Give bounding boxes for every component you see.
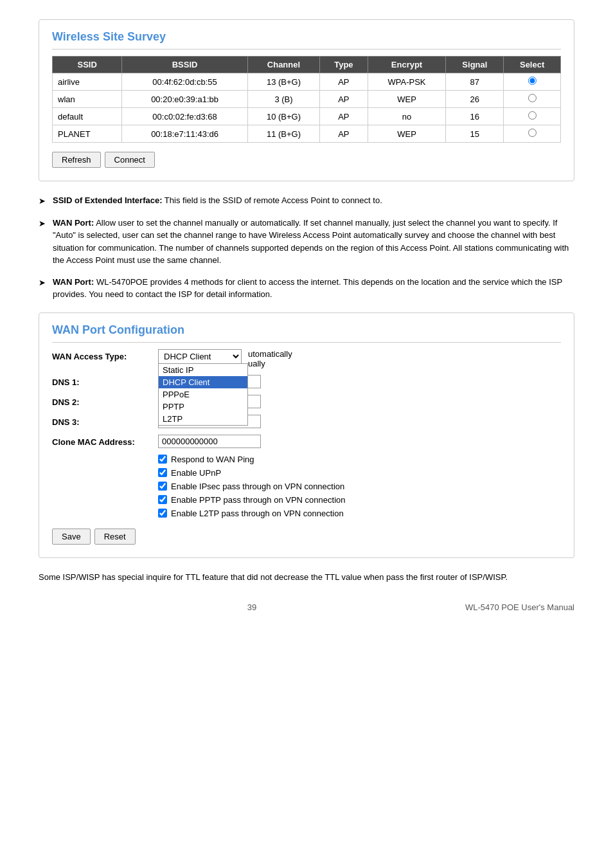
wan-dropdown-list: Static IP DHCP Client PPPoE PPTP L2TP [158,363,248,426]
clone-mac-control [158,435,561,448]
dns1-label: DNS 1: [52,375,158,387]
cell-bssid: 00:20:e0:39:a1:bb [122,91,247,108]
cell-select[interactable] [504,125,561,143]
cell-encrypt: WEP [368,91,446,108]
cell-ssid: PLANET [53,125,122,143]
cell-bssid: 00:4f:62:0d:cb:55 [122,73,247,91]
wireless-panel-title: Wireless Site Survey [52,30,561,50]
dd-static-ip[interactable]: Static IP [159,364,247,376]
checkbox-row-0: Respond to WAN Ping [158,455,561,464]
cell-signal: 15 [446,125,504,143]
checkbox-row-2: Enable IPsec pass through on VPN connect… [158,482,561,491]
dd-dhcp-client[interactable]: DHCP Client [159,376,247,388]
dd-pptp[interactable]: PPTP [159,401,247,413]
bullet-text: SSID of Extended Interface: This field i… [53,194,382,207]
checkbox-row-3: Enable PPTP pass through on VPN connecti… [158,495,561,505]
checkbox-3[interactable] [158,495,167,504]
checkboxes-group: Respond to WAN Ping Enable UPnP Enable I… [158,455,561,522]
checkbox-0[interactable] [158,455,167,464]
cell-type: AP [320,125,368,143]
wan-access-type-select[interactable]: DHCP Client Static IP PPPoE PPTP L2TP [158,349,242,364]
wan-access-type-row: WAN Access Type: DHCP Client Static IP P… [52,349,561,368]
cell-channel: 13 (B+G) [247,73,319,91]
dns1-row: DNS 1: [52,375,561,388]
table-row: wlan 00:20:e0:39:a1:bb 3 (B) AP WEP 26 [53,91,561,108]
select-radio-0[interactable] [528,77,537,85]
list-item: ➤ WAN Port: WL-5470POE provides 4 method… [39,276,574,301]
checkbox-label-2: Enable IPsec pass through on VPN connect… [171,482,344,491]
cell-signal: 87 [446,73,504,91]
wan-panel: WAN Port Configuration WAN Access Type: … [39,312,574,558]
cell-select[interactable] [504,91,561,108]
col-encrypt: Encrypt [368,57,446,73]
wireless-buttons: Refresh Connect [52,152,561,168]
checkbox-label-0: Respond to WAN Ping [171,455,254,464]
cell-type: AP [320,73,368,91]
cell-select[interactable] [504,73,561,91]
bullet-arrow: ➤ [39,195,48,208]
wireless-panel: Wireless Site Survey SSID BSSID Channel … [39,19,574,181]
footer-note: Some ISP/WISP has special inquire for TT… [39,571,574,584]
dd-l2tp[interactable]: L2TP [159,413,247,425]
cell-encrypt: WPA-PSK [368,73,446,91]
col-type: Type [320,57,368,73]
cell-select[interactable] [504,108,561,125]
dd-pppoe[interactable]: PPPoE [159,388,247,401]
list-item: ➤ WAN Port: Allow user to set the channe… [39,217,574,267]
wan-panel-title: WAN Port Configuration [52,323,561,343]
cell-bssid: 00:c0:02:fe:d3:68 [122,108,247,125]
checkbox-row-1: Enable UPnP [158,468,561,478]
cell-signal: 16 [446,108,504,125]
checkboxes-row: Respond to WAN Ping Enable UPnP Enable I… [52,455,561,522]
checkbox-label-3: Enable PPTP pass through on VPN connecti… [171,495,346,505]
cell-type: AP [320,108,368,125]
dns2-label: DNS 2: [52,395,158,407]
cell-bssid: 00:18:e7:11:43:d6 [122,125,247,143]
clone-mac-input[interactable] [158,435,261,448]
table-row: default 00:c0:02:fe:d3:68 10 (B+G) AP no… [53,108,561,125]
bullet-arrow: ➤ [39,276,48,289]
cell-ssid: airlive [53,73,122,91]
checkbox-4[interactable] [158,509,167,518]
checkbox-2[interactable] [158,482,167,491]
cell-channel: 11 (B+G) [247,125,319,143]
cell-ssid: wlan [53,91,122,108]
checkboxes-spacer [52,455,158,457]
cell-signal: 26 [446,91,504,108]
refresh-button[interactable]: Refresh [52,152,101,168]
cell-type: AP [320,91,368,108]
cell-ssid: default [53,108,122,125]
col-channel: Channel [247,57,319,73]
select-radio-2[interactable] [528,111,537,120]
col-signal: Signal [446,57,504,73]
bullet-text: WAN Port: Allow user to set the channel … [53,217,574,267]
dns2-row: DNS 2: [52,395,561,408]
select-radio-1[interactable] [528,94,537,102]
cell-encrypt: WEP [368,125,446,143]
connect-button[interactable]: Connect [105,152,155,168]
checkbox-1[interactable] [158,468,167,477]
col-select: Select [504,57,561,73]
dhcp-right-text: utomatically ually [248,349,292,368]
table-row: airlive 00:4f:62:0d:cb:55 13 (B+G) AP WP… [53,73,561,91]
wan-access-type-control: DHCP Client Static IP PPPoE PPTP L2TP St… [158,349,561,368]
checkbox-label-4: Enable L2TP pass through on VPN connecti… [171,509,344,518]
clone-mac-label: Clone MAC Address: [52,435,158,447]
ually-text: ually [248,359,292,368]
cell-encrypt: no [368,108,446,125]
dns3-label: DNS 3: [52,415,158,427]
dns3-row: DNS 3: [52,415,561,428]
col-bssid: BSSID [122,57,247,73]
auto-text: utomatically [248,349,292,359]
wan-buttons: Save Reset [52,529,561,545]
col-ssid: SSID [53,57,122,73]
reset-button[interactable]: Reset [94,529,136,545]
page-brand: WL-5470 POE User's Manual [465,602,574,612]
cell-channel: 3 (B) [247,91,319,108]
save-button[interactable]: Save [52,529,91,545]
checkbox-label-1: Enable UPnP [171,468,221,478]
select-radio-3[interactable] [528,129,537,137]
bullet-arrow: ➤ [39,217,48,230]
cell-channel: 10 (B+G) [247,108,319,125]
bullet-text: WAN Port: WL-5470POE provides 4 methods … [53,276,574,301]
